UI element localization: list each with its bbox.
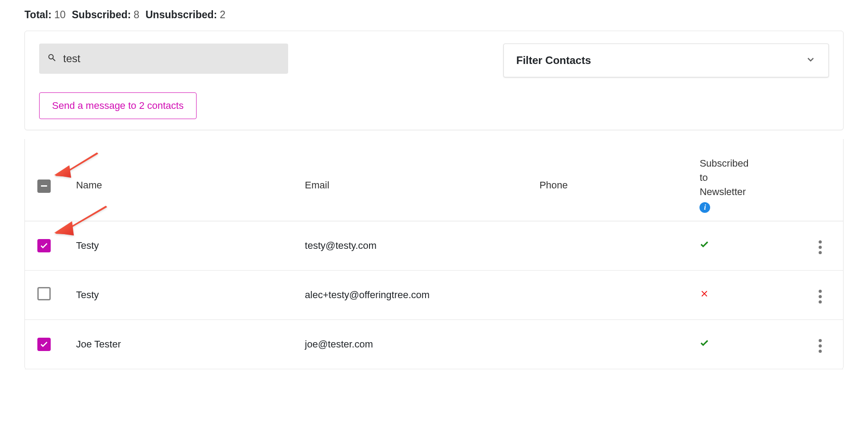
subscribed-header-1: Subscribed — [699, 158, 792, 169]
table-row: Joe Testerjoe@tester.com — [25, 320, 843, 369]
stat-subscribed-value: 8 — [133, 9, 139, 21]
filter-label: Filter Contacts — [516, 54, 591, 67]
send-message-button[interactable]: Send a message to 2 contacts — [39, 92, 197, 119]
search-icon — [47, 53, 57, 64]
controls-panel: Filter Contacts Send a message to 2 cont… — [24, 31, 844, 130]
cell-phone — [534, 271, 694, 320]
column-header-subscribed: Subscribed to Newsletter i — [694, 139, 797, 221]
row-actions-menu[interactable] — [814, 336, 826, 355]
check-icon — [699, 339, 709, 350]
table-body: Testytesty@testy.comTestyalec+testy@offe… — [25, 221, 843, 369]
cell-email: testy@testy.com — [300, 221, 534, 271]
column-header-email[interactable]: Email — [300, 139, 534, 221]
cell-subscribed — [694, 271, 797, 320]
cell-subscribed — [694, 320, 797, 369]
table-row: Testytesty@testy.com — [25, 221, 843, 271]
x-icon — [699, 290, 709, 301]
stat-total-label: Total: — [24, 9, 52, 21]
search-field[interactable] — [39, 44, 288, 74]
cell-subscribed — [694, 221, 797, 271]
cell-name[interactable]: Testy — [71, 271, 300, 320]
table-row: Testyalec+testy@offeringtree.com — [25, 271, 843, 320]
stat-unsubscribed-value: 2 — [220, 9, 225, 21]
stat-unsubscribed-label: Unsubscribed: — [145, 9, 217, 21]
cell-email: alec+testy@offeringtree.com — [300, 271, 534, 320]
cell-email: joe@tester.com — [300, 320, 534, 369]
contacts-table: Name Email Phone Subscribed to Newslette… — [24, 139, 844, 369]
select-all-checkbox[interactable] — [37, 180, 51, 193]
row-checkbox[interactable] — [37, 338, 51, 351]
row-checkbox[interactable] — [37, 287, 51, 300]
column-header-name[interactable]: Name — [71, 139, 300, 221]
info-icon[interactable]: i — [699, 202, 710, 213]
filter-contacts-dropdown[interactable]: Filter Contacts — [503, 44, 829, 77]
row-checkbox[interactable] — [37, 239, 51, 252]
row-actions-menu[interactable] — [814, 287, 826, 306]
chevron-down-icon — [805, 54, 816, 67]
cell-name[interactable]: Joe Tester — [71, 320, 300, 369]
subscribed-header-3: Newsletter — [699, 186, 792, 198]
row-actions-menu[interactable] — [814, 238, 826, 257]
cell-phone — [534, 320, 694, 369]
check-icon — [699, 240, 709, 251]
cell-phone — [534, 221, 694, 271]
stat-total-value: 10 — [54, 9, 66, 21]
stats-bar: Total: 10 Subscribed: 8 Unsubscribed: 2 — [24, 9, 844, 21]
stat-subscribed-label: Subscribed: — [72, 9, 131, 21]
search-input[interactable] — [63, 52, 280, 65]
cell-name[interactable]: Testy — [71, 221, 300, 271]
column-header-phone[interactable]: Phone — [534, 139, 694, 221]
subscribed-header-2: to — [699, 172, 792, 184]
